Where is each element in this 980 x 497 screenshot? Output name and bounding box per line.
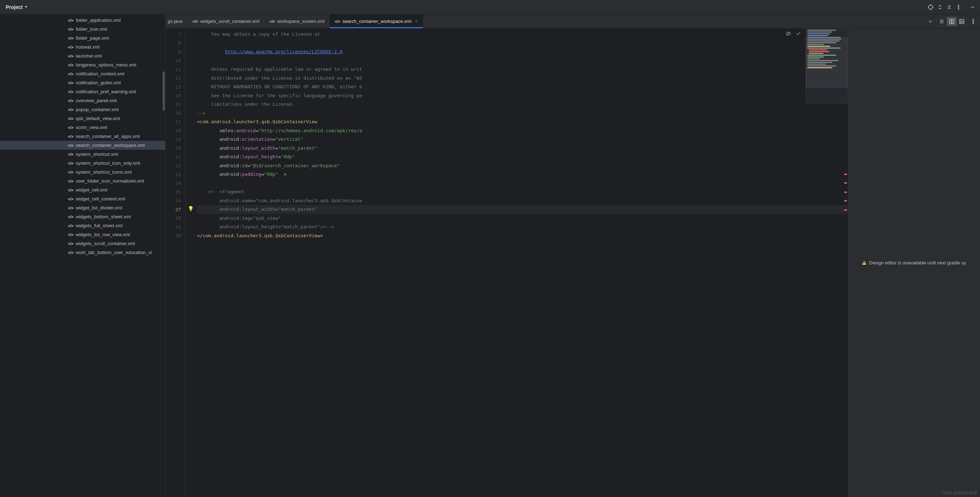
tree-item[interactable]: </>search_container_workspace.xml: [0, 141, 165, 150]
code-line[interactable]: You may obtain a copy of the License at: [197, 30, 848, 39]
tree-item[interactable]: </>folder_icon.xml: [0, 25, 165, 33]
code-line[interactable]: android:layout_width="match_parent": [197, 205, 848, 214]
expand-collapse-icon[interactable]: [935, 3, 945, 12]
tree-item[interactable]: </>widget_cell.xml: [0, 186, 165, 194]
code-line[interactable]: xmlns:android="http://schemas.android.co…: [197, 127, 848, 135]
tree-item[interactable]: </>notification_gutter.xml: [0, 78, 165, 87]
tab[interactable]: </>workspace_screen.xml: [264, 14, 329, 28]
code-line[interactable]: android:layout_height="match_parent"/>--…: [197, 222, 848, 232]
error-stripe[interactable]: [843, 29, 848, 497]
code-line[interactable]: [197, 39, 848, 48]
xml-file-icon: </>: [68, 205, 74, 210]
tree-item[interactable]: </>popup_container.xml: [0, 105, 165, 114]
tree-item[interactable]: </>system_shortcut.xml: [0, 150, 165, 159]
code-line[interactable]: WITHOUT WARRANTIES OR CONDITIONS OF ANY …: [197, 83, 848, 92]
code-line[interactable]: android:layout_height="0dp": [197, 152, 848, 162]
check-ok-icon[interactable]: [795, 31, 801, 38]
divider: [965, 3, 966, 11]
tree-item[interactable]: </>launcher.xml: [0, 51, 165, 60]
more-vert-icon[interactable]: [954, 3, 963, 12]
tree-item[interactable]: </>work_tab_bottom_user_education_vi: [0, 248, 165, 257]
collapse-all-icon[interactable]: [945, 3, 954, 12]
code-line[interactable]: <com.android.launcher3.qsb.QsbContainerV…: [197, 118, 848, 127]
tab-dropdown-icon[interactable]: [926, 17, 935, 26]
code-line[interactable]: http://www.apache.org/licenses/LICENSE-2…: [197, 48, 848, 56]
tab[interactable]: </>widgets_scroll_container.xml: [187, 14, 264, 28]
warning-icon: [862, 261, 866, 265]
tree-item[interactable]: </>widgets_bottom_sheet.xml: [0, 212, 165, 221]
code-line[interactable]: -->: [197, 109, 848, 118]
line-number: 14: [165, 92, 185, 100]
line-number: 16: [165, 109, 185, 118]
xml-file-icon: </>: [68, 98, 74, 103]
eye-off-icon[interactable]: [786, 31, 791, 38]
tree-item[interactable]: </>scrim_view.xml: [0, 123, 165, 132]
code-line[interactable]: [197, 56, 848, 65]
code-line[interactable]: <!--<fragment: [197, 187, 848, 197]
tree-item[interactable]: </>system_shortcut_icons.xml: [0, 168, 165, 176]
tree-item-label: work_tab_bottom_user_education_vi: [76, 250, 151, 255]
code-body[interactable]: You may obtain a copy of the License at …: [197, 29, 848, 497]
xml-file-icon: </>: [68, 54, 74, 59]
tree-item-label: widget_cell_content.xml: [76, 196, 125, 202]
line-number: 19: [165, 135, 185, 144]
xml-file-icon: </>: [192, 19, 198, 24]
minimap[interactable]: [805, 29, 848, 103]
tree-item[interactable]: </>widgets_scroll_container.xml: [0, 239, 165, 248]
tree-item[interactable]: </>overview_panel.xml: [0, 96, 165, 105]
tree-item[interactable]: </>user_folder_icon_normalized.xml: [0, 176, 165, 186]
tree-item[interactable]: </>search_container_all_apps.xml: [0, 132, 165, 141]
code-line[interactable]: [197, 179, 848, 188]
tree-item[interactable]: </>longpress_options_menu.xml: [0, 60, 165, 69]
line-number: 30: [165, 232, 185, 240]
code-line[interactable]: android:orientation="vertical": [197, 135, 848, 144]
xml-file-icon: </>: [68, 44, 74, 50]
code-line[interactable]: android:name="com.android.launcher3.qsb.…: [197, 197, 848, 205]
code-line[interactable]: android:id="@id/search_container_workspa…: [197, 162, 848, 170]
code-line[interactable]: android:tag="qsb_view": [197, 214, 848, 223]
tab-more-icon[interactable]: [969, 17, 978, 26]
code-line[interactable]: android:layout_width="match_parent": [197, 144, 848, 153]
tree-item[interactable]: </>widgets_full_sheet.xml: [0, 221, 165, 230]
code-line[interactable]: distributed under the License is distrib…: [197, 74, 848, 83]
tree-item[interactable]: </>folder_application.xml: [0, 16, 165, 25]
tree-item[interactable]: </>notification_content.xml: [0, 69, 165, 78]
code-line[interactable]: Unless required by applicable law or agr…: [197, 65, 848, 74]
intention-bulb-icon[interactable]: 💡: [188, 206, 193, 211]
tree-item[interactable]: </>folder_page.xml: [0, 33, 165, 43]
design-pane: Design editor is unavailable until next …: [848, 29, 980, 497]
xml-file-icon: </>: [68, 62, 74, 68]
line-number: 7: [165, 30, 185, 39]
tree-item[interactable]: </>widgets_list_row_view.xml: [0, 230, 165, 239]
design-view-button[interactable]: [957, 17, 967, 26]
line-number: 27: [165, 205, 185, 214]
tab-label: search_container_workspace.xml: [342, 19, 412, 24]
tree-item[interactable]: </>widget_cell_content.xml: [0, 194, 165, 203]
line-number: 21: [165, 152, 185, 162]
code-line[interactable]: See the License for the specific languag…: [197, 92, 848, 100]
code-line[interactable]: android:padding="0dp" >: [197, 170, 848, 179]
split-view-button[interactable]: [947, 17, 957, 26]
tab[interactable]: gs.java: [165, 14, 187, 28]
tree-item[interactable]: </>widget_list_divider.xml: [0, 203, 165, 212]
code-view-button[interactable]: [937, 17, 947, 26]
tree-item-label: widgets_list_row_view.xml: [76, 232, 130, 237]
tree-item[interactable]: </>system_shortcut_icon_only.xml: [0, 159, 165, 168]
tab[interactable]: </>search_container_workspace.xml×: [329, 14, 423, 28]
close-icon[interactable]: ×: [415, 19, 418, 24]
target-icon[interactable]: [926, 3, 935, 12]
code-line[interactable]: </com.android.launcher3.qsb.QsbContainer…: [197, 232, 848, 240]
tree-item-label: folder_application.xml: [76, 17, 121, 23]
xml-file-icon: </>: [68, 179, 74, 184]
file-tree[interactable]: </>folder_application.xml</>folder_icon.…: [0, 14, 165, 497]
line-number: 24: [165, 179, 185, 188]
tree-item[interactable]: </>notification_pref_warning.xml: [0, 87, 165, 96]
code-line[interactable]: limitations under the License.: [197, 100, 848, 109]
code-pane[interactable]: 7891011121314151617181920212223242526272…: [165, 29, 848, 497]
tree-item[interactable]: </>hotseat.xml: [0, 43, 165, 51]
minimize-icon[interactable]: [968, 3, 977, 12]
project-dropdown[interactable]: Project: [3, 3, 30, 11]
tree-item-label: search_container_all_apps.xml: [76, 133, 140, 139]
tree-item[interactable]: </>qsb_default_view.xml: [0, 114, 165, 123]
sidebar-scrollbar[interactable]: [162, 14, 165, 497]
